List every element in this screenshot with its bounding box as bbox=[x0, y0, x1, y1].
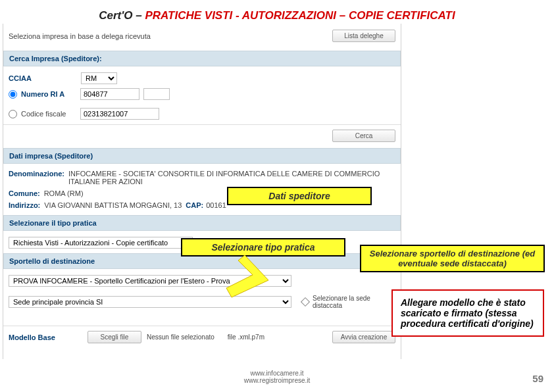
numero-rea-input[interactable] bbox=[80, 88, 139, 100]
page-number: 59 bbox=[532, 373, 543, 384]
info-icon bbox=[301, 297, 310, 306]
scegli-file-button[interactable]: Scegli file bbox=[88, 331, 141, 343]
footer-line-2: www.registroimprese.it bbox=[0, 377, 554, 384]
numero-rea-label: Numero RI A bbox=[21, 90, 80, 98]
delega-label: Seleziona impresa in base a delega ricev… bbox=[9, 32, 151, 40]
title-main: PRATICHE VISTI - AUTORIZZAZIONI – COPIE … bbox=[145, 9, 455, 22]
comune-label: Comune: bbox=[9, 189, 40, 197]
tipo-pratica-select[interactable]: Richiesta Visti - Autorizzazioni - Copie… bbox=[9, 237, 193, 249]
comune-value: ROMA (RM) bbox=[44, 189, 84, 197]
file-ext-text: file .xml.p7m bbox=[228, 333, 264, 341]
indirizzo-value: VIA GIOVANNI BATTISTA MORGAGNI, 13 bbox=[44, 201, 182, 209]
cerca-button[interactable]: Cerca bbox=[332, 130, 395, 142]
avvia-creazione-button[interactable]: Avvia creazione bbox=[332, 331, 395, 343]
title-prefix: Cert'O – bbox=[99, 9, 145, 22]
numero-rea-extra-input[interactable] bbox=[143, 88, 170, 100]
cap-value: 00161 bbox=[206, 201, 226, 209]
sede-select[interactable]: Sede principale provincia SI bbox=[9, 296, 291, 308]
callout-selezionare-tipo: Selezionare tipo pratica bbox=[181, 238, 345, 257]
footer-line-1: www.infocamere.it bbox=[0, 370, 554, 377]
cerca-impresa-header: Cerca Impresa (Speditore): bbox=[3, 51, 401, 66]
lista-deleghe-button[interactable]: Lista deleghe bbox=[332, 30, 395, 42]
sportello-select[interactable]: PROVA INFOCAMERE - Sportello Certificazi… bbox=[9, 275, 291, 287]
cciaa-select[interactable]: RM bbox=[81, 72, 117, 84]
dati-impresa-header: Dati impresa (Speditore) bbox=[3, 148, 401, 164]
denominazione-value: INFOCAMERE - SOCIETA' CONSORTILE DI INFO… bbox=[68, 170, 395, 185]
codice-fiscale-radio[interactable] bbox=[9, 110, 17, 118]
sede-hint: Selezionare la sede distaccata bbox=[313, 295, 378, 309]
codice-fiscale-input[interactable] bbox=[80, 108, 159, 120]
callout-dati-speditore: Dati speditore bbox=[227, 187, 372, 205]
callout-selezionare-sportello: Selezionare sportello di destinazione (e… bbox=[360, 245, 545, 272]
cciaa-label: CCIAA bbox=[9, 74, 81, 82]
numero-rea-radio[interactable] bbox=[9, 90, 17, 99]
cap-label: CAP: bbox=[186, 201, 203, 209]
footer: www.infocamere.it www.registroimprese.it bbox=[0, 370, 554, 384]
indirizzo-label: Indirizzo: bbox=[9, 201, 40, 209]
selezionare-tipo-header: Selezionare il tipo pratica bbox=[3, 215, 401, 231]
codice-fiscale-label: Codice fiscale bbox=[21, 110, 80, 118]
page-title: Cert'O – PRATICHE VISTI - AUTORIZZAZIONI… bbox=[0, 9, 554, 22]
modello-base-label: Modello Base bbox=[9, 333, 88, 341]
callout-allegare-modello: Allegare modello che è stato scaricato e… bbox=[391, 289, 544, 337]
no-file-text: Nessun file selezionato bbox=[147, 333, 214, 341]
denominazione-label: Denominazione: bbox=[9, 170, 64, 178]
